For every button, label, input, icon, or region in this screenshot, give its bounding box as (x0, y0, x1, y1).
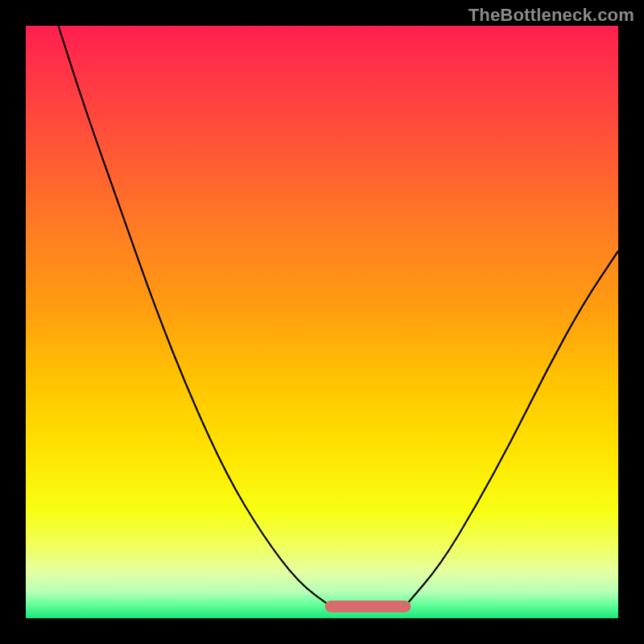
watermark-text: TheBottleneck.com (469, 5, 634, 26)
chart-plot-area (26, 26, 618, 618)
bottleneck-curve (26, 26, 618, 618)
chart-frame: TheBottleneck.com (0, 0, 644, 644)
